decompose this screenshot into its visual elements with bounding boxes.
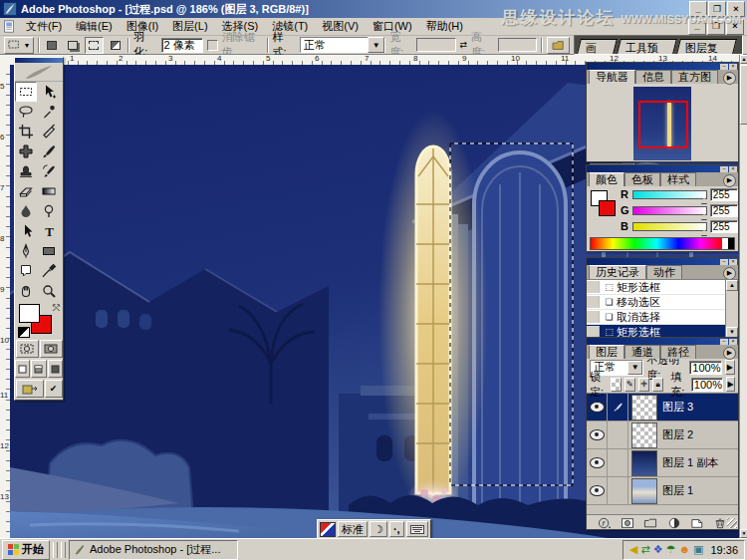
red-channel-slider[interactable] [632,190,707,199]
ime-fullhalf-icon[interactable]: ☽ [370,521,387,537]
scroll-up-icon[interactable]: ▲ [726,280,738,291]
palette-minimize-icon[interactable]: – [720,166,728,172]
layer-thumbnail[interactable] [631,422,657,448]
fill-arrow-icon[interactable]: ▶ [726,377,735,392]
tab-tool-presets[interactable]: 工具预设 [617,39,677,54]
layer-thumbnail[interactable] [631,395,657,420]
history-item-move-selection[interactable]: ❏ 移动选区 [587,295,738,310]
palette-title-bar[interactable]: – × [587,63,738,70]
messenger-smiley-icon[interactable]: ☻ [678,544,690,555]
layer-row-3[interactable]: 图层 3 [587,394,738,421]
subtract-from-selection-button[interactable] [85,37,104,54]
tab-info[interactable]: 信息 [635,70,671,84]
ime-keyboard-icon[interactable] [406,521,428,537]
notes-tool[interactable] [15,261,37,281]
standard-screen-mode-button[interactable] [15,360,30,378]
standard-mode-button[interactable] [16,340,39,358]
history-source-checkbox[interactable] [587,311,600,323]
brush-tool[interactable] [38,141,60,161]
ime-mode-button[interactable]: 标准 [338,521,368,537]
layer-name[interactable]: 图层 2 [662,427,693,442]
intersect-selection-button[interactable] [108,38,124,53]
tab-layers[interactable]: 图层 [589,345,624,359]
ime-logo-icon[interactable] [320,522,336,537]
move-tool[interactable] [38,82,60,102]
doc-restore-button[interactable]: ❐ [707,19,725,35]
antialias-checkbox[interactable] [207,40,217,51]
menu-item-edit[interactable]: 编辑(E) [69,18,120,35]
rectangle-tool[interactable] [38,241,60,261]
palette-close-icon[interactable]: × [729,64,737,70]
blue-channel-slider[interactable] [632,222,707,231]
tab-layer-comps[interactable]: 图层复合 [676,39,737,54]
magic-wand-tool[interactable] [38,102,60,122]
tab-color[interactable]: 颜色 [589,172,624,186]
quick-mask-mode-button[interactable] [40,340,63,358]
layer-thumbnail[interactable] [631,478,657,504]
navigator-view-box[interactable] [638,101,688,148]
layer-style-icon[interactable]: f [598,517,612,529]
layer-row-1[interactable]: 图层 1 [587,477,738,505]
tab-actions[interactable]: 动作 [646,265,682,279]
add-to-selection-button[interactable] [64,38,81,53]
eyedropper-tool[interactable] [38,261,60,281]
dodge-tool[interactable] [38,201,60,221]
healing-brush-tool[interactable] [15,141,37,161]
green-value-input[interactable]: 255 [710,204,738,217]
tab-brushes[interactable]: 画笔 [577,39,618,54]
jump-to-imageready-button[interactable] [16,380,44,398]
opacity-input[interactable]: 100% [689,361,721,375]
doc-minimize-button[interactable]: _ [688,19,706,35]
volume-icon[interactable]: ◀ [629,544,637,555]
tab-styles[interactable]: 样式 [660,172,696,186]
swap-colors-icon[interactable]: ⤲ [53,303,60,314]
document-vertical-scrollbar[interactable]: ▲ ▼ [739,55,747,538]
palette-menu-icon[interactable]: ▶ [723,72,736,85]
lock-transparency-icon[interactable] [611,378,622,392]
path-selection-tool[interactable] [15,221,37,241]
green-channel-slider[interactable] [632,206,707,215]
start-button[interactable]: 开始 [2,540,50,560]
navigator-preview[interactable] [633,87,691,160]
scrollbar-thumb[interactable] [740,65,747,125]
tab-histogram[interactable]: 直方图 [671,70,718,84]
crop-tool[interactable] [15,122,37,141]
new-group-icon[interactable] [643,517,657,529]
minimize-button[interactable]: _ [689,1,707,17]
menu-item-layer[interactable]: 图层(L) [165,18,214,35]
blur-tool[interactable] [15,201,37,221]
history-scrollbar[interactable]: ▲ ▼ [725,280,738,338]
menu-item-file[interactable]: 文件(F) [19,18,69,35]
layer-link-cell[interactable] [608,477,628,504]
umbrella-tray-icon[interactable]: ☂ [666,544,676,555]
tab-history[interactable]: 历史记录 [589,265,646,279]
lasso-tool[interactable] [15,102,37,122]
slider-thumb[interactable] [701,197,707,203]
style-dropdown[interactable]: 正常 ▼ [300,37,386,53]
layer-name[interactable]: 图层 1 [662,483,693,498]
history-source-checkbox[interactable] [587,296,600,308]
background-color-swatch[interactable] [599,200,616,216]
zoom-tool[interactable] [38,281,60,301]
palette-title-bar[interactable]: – × [587,338,738,345]
delete-layer-icon[interactable] [713,517,727,529]
camera-tray-icon[interactable]: ▣ [693,544,703,555]
network-icon[interactable]: ⇄ [641,544,650,555]
eraser-tool[interactable] [15,181,37,201]
tab-paths[interactable]: 路径 [660,345,696,359]
lock-paint-icon[interactable]: ✎ [624,378,635,392]
palette-title-bar[interactable]: – × [587,258,738,265]
layer-visibility-toggle[interactable] [587,477,608,504]
fullscreen-mode-button[interactable] [48,360,63,378]
file-browser-button[interactable] [547,37,569,54]
history-source-checkbox[interactable] [587,281,600,293]
imageready-check-icon[interactable]: ✔ [45,380,63,398]
taskbar-item-photoshop[interactable]: Adobe Photoshop - [过程... [69,540,238,560]
clone-stamp-tool[interactable] [15,161,37,181]
opacity-arrow-icon[interactable]: ▶ [725,360,736,375]
layer-visibility-toggle[interactable] [587,449,608,476]
pen-tool[interactable] [15,241,37,261]
layer-name[interactable]: 图层 3 [662,400,693,415]
palette-menu-icon[interactable]: ▶ [723,347,736,360]
gradient-tool[interactable] [38,181,60,201]
